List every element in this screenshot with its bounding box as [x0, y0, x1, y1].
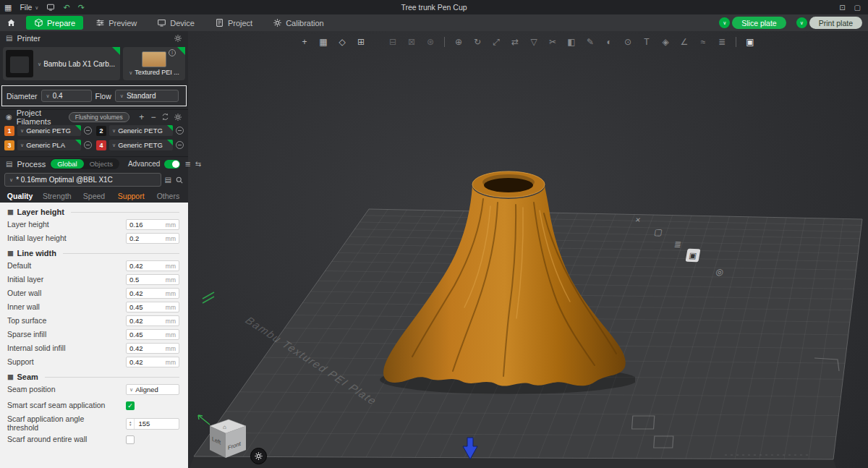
- filament-edit-icon[interactable]: [176, 127, 184, 135]
- process-tab-strength[interactable]: Strength: [38, 192, 75, 200]
- param-input[interactable]: 0.42mm: [126, 288, 179, 299]
- mirror-icon[interactable]: ⇄: [507, 34, 523, 50]
- viewport-settings-gear-icon[interactable]: [250, 448, 267, 464]
- section-icon: ▦: [7, 250, 14, 257]
- process-tab-speed[interactable]: Speed: [75, 192, 112, 200]
- home-button[interactable]: [0, 18, 22, 27]
- tab-calibration[interactable]: Calibration: [265, 16, 332, 30]
- lock-plate-icon[interactable]: ≣: [670, 238, 685, 252]
- move-icon[interactable]: ⊕: [451, 34, 467, 50]
- window-restore-button[interactable]: ⊡: [839, 4, 845, 12]
- scope-segmented-control[interactable]: Global Objects: [50, 158, 119, 169]
- navigation-cube[interactable]: ⌂ Left Front: [190, 409, 256, 468]
- filament-edit-icon[interactable]: [84, 141, 92, 149]
- duplicate-plate-icon[interactable]: ▢: [650, 226, 665, 239]
- process-tab-support[interactable]: Support: [113, 192, 150, 200]
- flushing-volumes-button[interactable]: Flushing volumes: [69, 112, 129, 122]
- undo-icon[interactable]: ↶: [63, 4, 69, 12]
- param-input[interactable]: 0.42mm: [126, 315, 179, 326]
- process-tab-quality[interactable]: Quality: [1, 192, 38, 200]
- plate-settings-icon[interactable]: ▣: [685, 249, 700, 263]
- rotate-icon[interactable]: ↻: [469, 34, 485, 50]
- viewport-3d[interactable]: +▦◇⊞⊟⊠⊛⊕↻⤢⇄▽✂◧✎◐⊙T◈∠≈≣▣ Bambu Textured P…: [188, 31, 868, 468]
- color-paint-icon[interactable]: ◐: [601, 34, 617, 50]
- printer-settings-gear-icon[interactable]: [174, 34, 182, 43]
- filament-slot-4[interactable]: 4∨Generic PETG: [96, 140, 184, 150]
- filament-slot-1[interactable]: 1∨Generic PETG: [4, 125, 92, 136]
- measure-icon[interactable]: ∠: [676, 34, 692, 50]
- advanced-toggle[interactable]: [164, 160, 180, 169]
- filament-name-select[interactable]: ∨Generic PETG: [109, 125, 173, 136]
- filament-name-select[interactable]: ∨Generic PETG: [109, 140, 173, 150]
- cut-icon[interactable]: ✂: [545, 34, 561, 50]
- render-plate-icon[interactable]: ◎: [712, 265, 727, 279]
- compare-presets-icon[interactable]: ⇆: [195, 161, 201, 168]
- filament-name-select[interactable]: ∨Generic PLA: [17, 140, 81, 150]
- process-preset-select[interactable]: ∨* 0.16mm Optimal @BBL X1C: [4, 173, 161, 187]
- param-input[interactable]: 0.2mm: [126, 233, 179, 244]
- model-tree-trunk-pen-cup[interactable]: [375, 163, 635, 401]
- support-paint-icon[interactable]: ✎: [582, 34, 598, 50]
- tab-device[interactable]: Device: [149, 16, 203, 30]
- lay-on-face-icon[interactable]: ▽: [526, 34, 542, 50]
- add-model-icon[interactable]: +: [297, 34, 312, 50]
- remove-filament-button[interactable]: −: [150, 113, 157, 122]
- spinner-arrows[interactable]: ▲▼: [127, 419, 135, 429]
- smart-scarf-checkbox[interactable]: [126, 401, 135, 410]
- add-plate-icon[interactable]: ▦: [315, 34, 331, 50]
- build-plate-card[interactable]: i ∨Textured PEI ...: [123, 47, 185, 80]
- param-input[interactable]: 0.42mm: [126, 260, 179, 271]
- scale-icon[interactable]: ⤢: [488, 34, 504, 50]
- window-fullscreen-button[interactable]: ▢: [854, 4, 861, 12]
- auto-orient-icon[interactable]: ◇: [334, 34, 350, 50]
- param-input[interactable]: 0.45mm: [126, 329, 179, 340]
- seam-position-select[interactable]: ∨Aligned: [126, 384, 179, 395]
- add-filament-button[interactable]: +: [138, 113, 145, 122]
- param-input[interactable]: 0.16mm: [126, 219, 179, 230]
- assembly-view-icon[interactable]: ▣: [742, 34, 758, 50]
- variable-layer-height-icon[interactable]: ≣: [714, 34, 730, 50]
- arrange-icon[interactable]: ⊞: [353, 34, 369, 50]
- param-row: Layer height0.16mm: [7, 218, 179, 231]
- delete-plate-icon[interactable]: ×: [630, 213, 645, 227]
- export-icon[interactable]: [46, 3, 55, 12]
- fill-color-icon[interactable]: ◧: [563, 34, 579, 50]
- scope-global[interactable]: Global: [51, 159, 83, 169]
- sync-ams-icon[interactable]: [161, 113, 169, 121]
- save-preset-icon[interactable]: ▤: [165, 176, 171, 184]
- param-input[interactable]: 0.42mm: [126, 357, 179, 367]
- scarf-angle-input[interactable]: ▲▼ 155: [126, 418, 179, 430]
- filament-name-select[interactable]: ∨Generic PETG: [17, 125, 81, 136]
- fuzzy-skin-icon[interactable]: ≈: [695, 34, 711, 50]
- param-input[interactable]: 0.45mm: [126, 302, 179, 312]
- filament-settings-gear-icon[interactable]: [174, 113, 182, 122]
- param-list-icon[interactable]: ≣: [184, 161, 190, 168]
- param-input[interactable]: 0.42mm: [126, 343, 179, 354]
- text-tool-icon[interactable]: T: [639, 34, 655, 50]
- param-input[interactable]: 0.5mm: [126, 274, 179, 285]
- slice-options-dropdown[interactable]: ∨: [719, 17, 730, 28]
- tab-project[interactable]: Project: [207, 16, 260, 30]
- print-options-dropdown[interactable]: ∨: [796, 17, 807, 28]
- diameter-select[interactable]: ∨0.4: [41, 90, 92, 102]
- app-menu-icon[interactable]: ▦: [4, 4, 12, 12]
- flow-select[interactable]: ∨Standard: [115, 90, 179, 102]
- filament-edit-icon[interactable]: [176, 141, 184, 149]
- svg-tool-icon[interactable]: ◈: [658, 34, 673, 50]
- filament-edit-icon[interactable]: [84, 127, 92, 135]
- filament-slot-3[interactable]: 3∨Generic PLA: [4, 140, 92, 150]
- info-icon[interactable]: i: [169, 49, 176, 56]
- search-icon[interactable]: [175, 176, 184, 184]
- file-menu[interactable]: File∨: [20, 3, 38, 12]
- scarf-wall-checkbox[interactable]: [126, 435, 135, 444]
- printer-card[interactable]: ∨Bambu Lab X1 Carb...: [3, 47, 120, 80]
- tab-preview[interactable]: Preview: [88, 16, 145, 30]
- filament-slot-2[interactable]: 2∨Generic PETG: [96, 125, 184, 136]
- seam-paint-icon[interactable]: ⊙: [620, 34, 636, 50]
- print-plate-button[interactable]: Print plate: [809, 17, 862, 29]
- slice-plate-button[interactable]: Slice plate: [732, 17, 786, 29]
- scope-objects[interactable]: Objects: [84, 159, 119, 169]
- tab-prepare[interactable]: Prepare: [26, 16, 83, 30]
- redo-icon[interactable]: ↷: [78, 4, 85, 12]
- process-tab-others[interactable]: Others: [150, 192, 187, 200]
